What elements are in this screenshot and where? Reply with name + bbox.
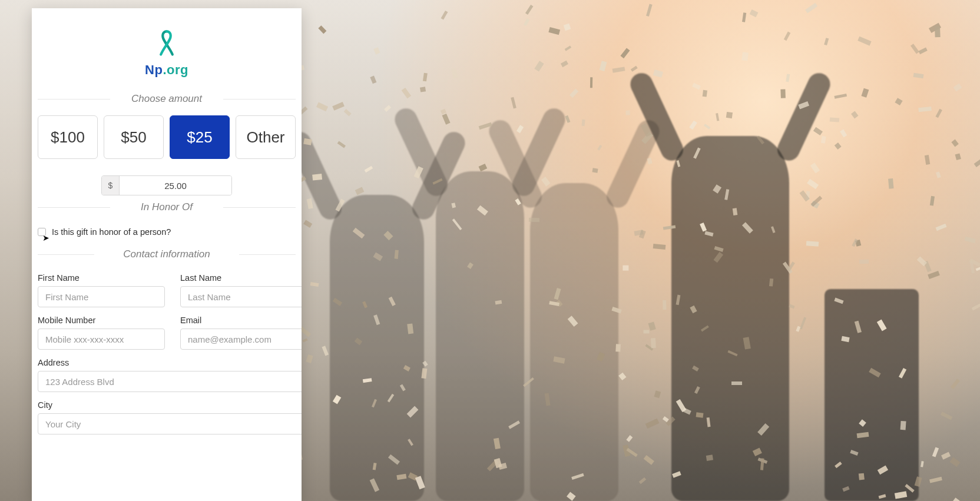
section-divider-contact: Contact information bbox=[38, 248, 296, 260]
input-mobile[interactable] bbox=[38, 329, 165, 350]
logo: Np.org bbox=[38, 25, 296, 89]
honor-block: ➤ Is this gift in honor of a person? bbox=[38, 224, 296, 245]
confetti-piece bbox=[895, 98, 903, 105]
section-title-contact: Contact information bbox=[115, 248, 218, 260]
confetti-piece bbox=[524, 18, 529, 26]
confetti-piece bbox=[542, 177, 551, 186]
confetti-piece bbox=[626, 435, 633, 442]
amount-option-100[interactable]: $100 bbox=[38, 115, 98, 159]
confetti-piece bbox=[597, 145, 602, 150]
input-address[interactable] bbox=[38, 371, 302, 392]
confetti-piece bbox=[651, 338, 656, 348]
confetti-piece bbox=[941, 452, 951, 459]
confetti-piece bbox=[590, 77, 593, 88]
confetti-piece bbox=[732, 208, 737, 215]
confetti-piece bbox=[690, 121, 697, 130]
confetti-piece bbox=[306, 354, 313, 363]
person-silhouette bbox=[436, 171, 524, 501]
input-first-name[interactable] bbox=[38, 286, 165, 307]
confetti-piece bbox=[888, 178, 893, 189]
confetti-piece bbox=[548, 26, 560, 35]
confetti-piece bbox=[704, 124, 711, 130]
field-address: Address bbox=[38, 358, 302, 392]
confetti-piece bbox=[929, 196, 934, 206]
confetti-piece bbox=[653, 244, 666, 250]
confetti-piece bbox=[442, 113, 451, 124]
confetti-piece bbox=[918, 107, 931, 112]
honor-checkbox[interactable] bbox=[38, 228, 46, 236]
confetti-piece bbox=[789, 304, 795, 308]
confetti-piece bbox=[806, 241, 819, 247]
confetti-piece bbox=[696, 413, 703, 418]
confetti-piece bbox=[654, 390, 661, 398]
confetti-piece bbox=[810, 162, 820, 173]
confetti-piece bbox=[529, 218, 539, 222]
amount-option-50[interactable]: $50 bbox=[104, 115, 164, 159]
confetti-piece bbox=[974, 157, 980, 167]
section-title-amount: Choose amount bbox=[123, 93, 210, 105]
confetti-piece bbox=[525, 5, 533, 15]
confetti-piece bbox=[913, 73, 924, 79]
confetti-piece bbox=[303, 220, 313, 228]
confetti-piece bbox=[592, 168, 598, 172]
confetti-piece bbox=[565, 45, 572, 51]
confetti-piece bbox=[716, 113, 719, 121]
confetti-piece bbox=[731, 381, 742, 385]
confetti-piece bbox=[337, 141, 346, 148]
confetti-piece bbox=[344, 109, 352, 116]
confetti-piece bbox=[644, 454, 655, 464]
confetti-piece bbox=[935, 27, 940, 38]
confetti-piece bbox=[829, 118, 839, 122]
confetti-piece bbox=[535, 61, 544, 71]
confetti-piece bbox=[840, 130, 847, 138]
confetti-piece bbox=[917, 256, 927, 266]
confetti-piece bbox=[835, 142, 842, 150]
field-last-name: Last Name bbox=[180, 273, 302, 307]
confetti-piece bbox=[742, 12, 747, 22]
confetti-piece bbox=[703, 89, 707, 97]
confetti-piece bbox=[800, 317, 806, 330]
confetti-piece bbox=[623, 266, 628, 271]
amount-option-25[interactable]: $25 bbox=[170, 115, 230, 159]
confetti-piece bbox=[581, 120, 585, 126]
confetti-piece bbox=[452, 69, 458, 79]
confetti-piece bbox=[851, 111, 859, 119]
logo-brand-dot: . bbox=[163, 62, 167, 77]
label-mobile: Mobile Number bbox=[38, 316, 165, 325]
label-last-name: Last Name bbox=[180, 273, 302, 283]
input-last-name[interactable] bbox=[180, 286, 302, 307]
section-divider-honor: In Honor Of bbox=[38, 201, 296, 213]
confetti-piece bbox=[941, 412, 953, 420]
confetti-piece bbox=[423, 73, 428, 82]
confetti-piece bbox=[638, 477, 645, 484]
confetti-piece bbox=[333, 101, 345, 110]
confetti-piece bbox=[322, 346, 329, 357]
confetti-piece bbox=[813, 127, 823, 135]
logo-brand-org: org bbox=[167, 62, 188, 77]
amount-option-other[interactable]: Other bbox=[236, 115, 296, 159]
confetti-piece bbox=[936, 109, 942, 118]
confetti-piece bbox=[726, 112, 733, 118]
confetti-piece bbox=[312, 174, 322, 180]
input-email[interactable] bbox=[180, 329, 302, 350]
confetti-piece bbox=[951, 140, 958, 147]
input-city[interactable] bbox=[38, 413, 302, 434]
confetti-piece bbox=[307, 198, 313, 209]
confetti-piece bbox=[495, 300, 502, 304]
confetti-piece bbox=[805, 3, 817, 14]
confetti-piece bbox=[310, 282, 319, 287]
custom-amount-input[interactable] bbox=[120, 176, 231, 195]
amount-options: $100 $50 $25 Other bbox=[38, 115, 296, 159]
donation-form-card: Np.org Choose amount $100 $50 $25 Other … bbox=[32, 8, 302, 501]
confetti-piece bbox=[612, 67, 625, 73]
confetti-piece bbox=[900, 421, 906, 430]
field-mobile: Mobile Number bbox=[38, 316, 165, 350]
confetti-piece bbox=[645, 419, 659, 429]
currency-prefix: $ bbox=[102, 176, 120, 195]
confetti-piece bbox=[859, 259, 869, 263]
confetti-piece bbox=[925, 155, 931, 165]
ribbon-icon bbox=[158, 29, 175, 59]
confetti-piece bbox=[316, 102, 328, 112]
confetti-piece bbox=[620, 48, 630, 58]
confetti-piece bbox=[616, 344, 621, 351]
